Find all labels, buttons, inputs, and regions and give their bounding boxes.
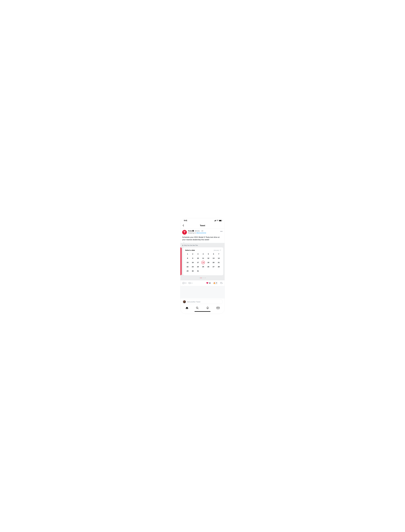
calendar-day[interactable]: 27 xyxy=(211,265,216,268)
calendar-day[interactable]: 14 xyxy=(216,257,221,260)
nav-header: Tweet xyxy=(181,223,224,229)
card-area: Only You Can See This Select a date Janu… xyxy=(181,243,224,280)
page-dot[interactable] xyxy=(204,278,204,278)
calendar-day[interactable]: 8 xyxy=(185,257,190,260)
status-time: 9:41 xyxy=(184,220,187,222)
wifi-icon xyxy=(216,220,218,221)
calendar-day[interactable]: 13 xyxy=(211,257,216,260)
heart-plus-icon xyxy=(220,282,223,284)
svg-point-1 xyxy=(196,307,198,309)
phone-frame: 9:41 Tweet Tesla xyxy=(180,218,225,314)
card-pointer xyxy=(183,242,185,243)
verified-badge-icon xyxy=(192,230,194,232)
calendar-day[interactable]: 2 xyxy=(190,253,195,255)
calendar-day[interactable]: 1 xyxy=(185,253,190,255)
tab-bar xyxy=(181,305,224,310)
reply-count: 3 xyxy=(185,282,186,284)
calendar-day[interactable]: 10 xyxy=(196,257,200,260)
calendar-day[interactable]: 7 xyxy=(216,253,221,255)
calendar-day[interactable]: 31 xyxy=(196,270,200,272)
retweet-icon xyxy=(188,282,191,284)
reply-icon xyxy=(182,282,185,284)
svg-rect-2 xyxy=(217,307,219,309)
calendar-grid: 1234567891011121314151617181920212223242… xyxy=(185,253,221,272)
search-icon xyxy=(196,307,199,309)
heart-icon xyxy=(206,282,208,284)
card-carousel[interactable]: Select a date January 123456789101112131… xyxy=(181,247,224,276)
page-dot[interactable] xyxy=(199,278,200,278)
add-reaction-button[interactable] xyxy=(220,282,223,284)
back-button[interactable] xyxy=(182,224,184,228)
tweet-body: Schedule your 2021 Model S Tesla test dr… xyxy=(182,236,223,241)
prev-card-sliver[interactable] xyxy=(181,247,182,275)
compose-tweet-input[interactable]: Add another Tweet xyxy=(182,300,223,304)
calendar-day[interactable]: 22 xyxy=(185,265,190,268)
month-selector[interactable]: January xyxy=(214,249,221,251)
reply-button[interactable]: 3 xyxy=(182,282,186,284)
calendar-day[interactable]: 24 xyxy=(196,265,200,268)
status-bar: 9:41 xyxy=(181,218,224,223)
like-button[interactable]: 64 xyxy=(206,282,211,284)
cellular-signal-icon xyxy=(214,220,216,221)
svg-rect-0 xyxy=(182,245,183,246)
calendar-day[interactable]: 30 xyxy=(190,270,195,272)
calendar-day[interactable]: 11 xyxy=(201,257,206,260)
calendar-day[interactable]: 18 xyxy=(201,261,206,264)
home-icon xyxy=(186,307,188,309)
composer-row: Add another Tweet xyxy=(181,298,224,305)
reply-mention[interactable]: @iamantoinie xyxy=(196,232,206,234)
user-avatar xyxy=(183,300,186,303)
chevron-left-icon xyxy=(182,224,184,227)
calendar-day[interactable]: 12 xyxy=(206,257,211,260)
calendar-day[interactable]: 19 xyxy=(206,261,211,264)
chevron-down-icon xyxy=(220,250,221,250)
lock-icon xyxy=(182,245,183,246)
tweet-more-button[interactable]: ••• xyxy=(220,230,223,233)
tweet: Tesla @tesla · 2d Replying to @iamantoin… xyxy=(181,229,224,243)
like-count: 64 xyxy=(209,282,211,284)
fire-icon: 🔥 xyxy=(213,282,216,284)
page-dot[interactable] xyxy=(201,278,201,278)
calendar-day[interactable]: 29 xyxy=(185,270,190,272)
meta-separator: · xyxy=(200,230,201,232)
calendar-day[interactable]: 25 xyxy=(201,265,206,268)
calendar-day[interactable]: 28 xyxy=(216,265,221,268)
calendar-day[interactable]: 4 xyxy=(201,253,206,255)
page-dots xyxy=(181,276,224,280)
tab-home[interactable] xyxy=(184,306,189,310)
tab-notifications[interactable] xyxy=(205,306,210,310)
calendar-day[interactable]: 6 xyxy=(211,253,216,255)
calendar-day[interactable]: 26 xyxy=(206,265,211,268)
author-handle[interactable]: @tesla xyxy=(195,230,200,232)
retweet-count: 1 xyxy=(192,282,192,284)
page-dot[interactable] xyxy=(202,278,203,278)
retweet-button[interactable]: 1 xyxy=(188,282,192,284)
status-right xyxy=(214,220,222,221)
tweet-age: 2d xyxy=(201,230,203,232)
tab-messages[interactable] xyxy=(216,306,221,310)
compose-placeholder: Add another Tweet xyxy=(187,301,200,303)
page-title: Tweet xyxy=(200,224,205,227)
calendar-day[interactable]: 21 xyxy=(216,261,221,264)
author-avatar[interactable] xyxy=(182,230,187,235)
calendar-day[interactable]: 5 xyxy=(206,253,211,255)
calendar-day[interactable]: 9 xyxy=(190,257,195,260)
fire-reaction-button[interactable]: 🔥 7 xyxy=(213,282,218,284)
tesla-logo-icon xyxy=(183,231,186,234)
author-name[interactable]: Tesla xyxy=(188,230,192,232)
battery-icon xyxy=(219,220,222,221)
feed-spacer xyxy=(181,286,224,298)
calendar-day[interactable]: 3 xyxy=(196,253,200,255)
fire-count: 7 xyxy=(216,282,217,284)
page-dot[interactable] xyxy=(205,278,206,278)
calendar-day[interactable]: 23 xyxy=(190,265,195,268)
calendar-day[interactable]: 20 xyxy=(211,261,216,264)
privacy-label: Only You Can See This xyxy=(181,243,224,247)
home-indicator xyxy=(181,310,224,314)
month-label: January xyxy=(214,249,219,251)
calendar-day[interactable]: 16 xyxy=(190,261,195,264)
calendar-day[interactable]: 17 xyxy=(196,261,200,264)
reply-context: Replying to @iamantoinie xyxy=(188,232,219,234)
tab-search[interactable] xyxy=(195,306,200,310)
calendar-day[interactable]: 15 xyxy=(185,261,190,264)
